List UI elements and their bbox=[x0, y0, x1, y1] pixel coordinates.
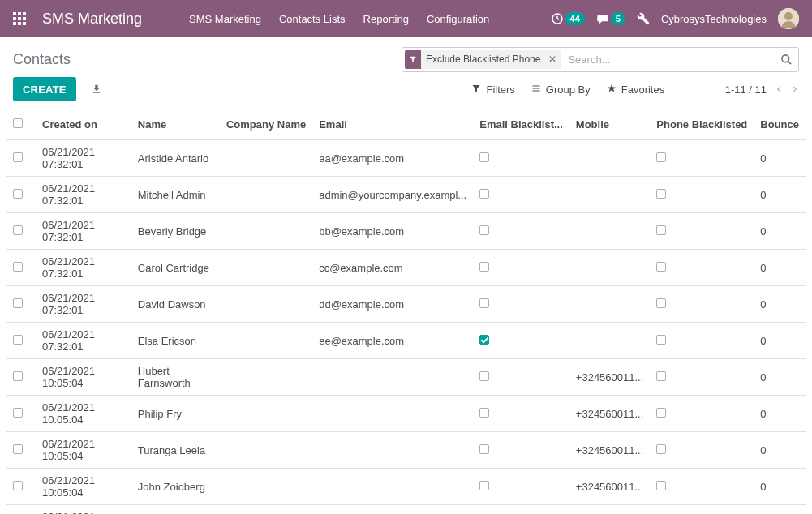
phone-blacklist-checkbox[interactable] bbox=[656, 481, 666, 490]
table-row[interactable]: 06/21/2021 10:05:04Turanga Leela+3245600… bbox=[6, 432, 806, 469]
cell-company-name bbox=[220, 359, 312, 396]
cell-email-blacklist bbox=[473, 286, 569, 323]
table-row[interactable]: 06/21/2021 07:32:01David Dawsondd@exampl… bbox=[6, 286, 806, 323]
table-row[interactable]: 06/21/2021 07:32:01Mitchell Adminadmin@y… bbox=[6, 177, 806, 213]
th-mobile[interactable]: Mobile bbox=[569, 109, 651, 140]
cell-name: Beverly Bridge bbox=[131, 213, 220, 250]
cell-email-blacklist bbox=[473, 213, 569, 250]
table-row[interactable]: 06/21/2021 10:05:04Zapp Brannigandummy0 bbox=[6, 505, 806, 515]
apps-icon[interactable] bbox=[13, 12, 26, 25]
email-blacklist-checkbox[interactable] bbox=[479, 335, 489, 345]
nav-menu-item[interactable]: Reporting bbox=[363, 13, 409, 25]
cell-email: admin@yourcompany.exampl... bbox=[312, 177, 473, 213]
table-row[interactable]: 06/21/2021 07:32:01Beverly Bridgebb@exam… bbox=[6, 213, 806, 250]
row-checkbox[interactable] bbox=[13, 225, 23, 235]
cell-bounce: 0 bbox=[754, 359, 806, 396]
th-email-blacklist[interactable]: Email Blacklist... bbox=[473, 109, 569, 140]
th-phone-blacklist[interactable]: Phone Blacklisted bbox=[650, 109, 754, 140]
search-box[interactable]: Exclude Blacklisted Phone ✕ bbox=[402, 47, 799, 72]
cell-created-on: 06/21/2021 07:32:01 bbox=[36, 177, 131, 213]
phone-blacklist-checkbox[interactable] bbox=[656, 152, 666, 162]
phone-blacklist-checkbox[interactable] bbox=[656, 444, 666, 454]
svg-rect-8 bbox=[23, 22, 26, 25]
select-all-checkbox[interactable] bbox=[13, 118, 23, 128]
funnel-icon bbox=[405, 50, 421, 69]
cell-name: Zapp Brannigan bbox=[131, 505, 220, 515]
pager-prev-icon[interactable] bbox=[775, 84, 783, 95]
search-icon[interactable] bbox=[780, 54, 793, 66]
email-blacklist-checkbox[interactable] bbox=[479, 152, 489, 162]
table-row[interactable]: 06/21/2021 10:05:04John Zoidberg+3245600… bbox=[6, 469, 806, 505]
phone-blacklist-checkbox[interactable] bbox=[656, 298, 666, 308]
table-row[interactable]: 06/21/2021 10:05:04Hubert Farnsworth+324… bbox=[6, 359, 806, 396]
create-button[interactable]: CREATE bbox=[13, 77, 76, 101]
row-checkbox[interactable] bbox=[13, 298, 23, 308]
cell-company-name bbox=[220, 177, 312, 213]
nav-menu-item[interactable]: SMS Marketing bbox=[189, 13, 261, 25]
star-icon bbox=[607, 84, 617, 96]
debug-icon[interactable] bbox=[637, 12, 650, 25]
row-checkbox[interactable] bbox=[13, 335, 23, 345]
email-blacklist-checkbox[interactable] bbox=[479, 225, 489, 235]
row-checkbox[interactable] bbox=[13, 481, 23, 490]
th-bounce[interactable]: Bounce bbox=[754, 109, 806, 140]
row-checkbox[interactable] bbox=[13, 371, 23, 381]
email-blacklist-checkbox[interactable] bbox=[479, 371, 489, 381]
nav-menu: SMS Marketing Contacts Lists Reporting C… bbox=[189, 13, 489, 25]
phone-blacklist-checkbox[interactable] bbox=[656, 408, 666, 418]
cell-email: bb@example.com bbox=[312, 213, 473, 250]
th-name[interactable]: Name bbox=[131, 109, 220, 140]
th-company-name[interactable]: Company Name bbox=[220, 109, 312, 140]
activity-icon[interactable]: 44 bbox=[551, 12, 585, 25]
email-blacklist-checkbox[interactable] bbox=[479, 444, 489, 454]
table-row[interactable]: 06/21/2021 07:32:01Elsa Ericsonee@exampl… bbox=[6, 323, 806, 359]
email-blacklist-checkbox[interactable] bbox=[479, 408, 489, 418]
contacts-table: Created on Name Company Name Email Email… bbox=[6, 109, 806, 514]
row-checkbox[interactable] bbox=[13, 262, 23, 272]
row-checkbox[interactable] bbox=[13, 189, 23, 199]
cell-bounce: 0 bbox=[754, 432, 806, 469]
discuss-icon[interactable]: 5 bbox=[596, 12, 625, 25]
favorites-button[interactable]: Favorites bbox=[607, 84, 664, 96]
discuss-badge: 5 bbox=[611, 12, 625, 25]
email-blacklist-checkbox[interactable] bbox=[479, 481, 489, 490]
table-row[interactable]: 06/21/2021 07:32:01Carol Cartridgecc@exa… bbox=[6, 250, 806, 286]
search-input[interactable] bbox=[565, 54, 780, 66]
filters-button[interactable]: Filters bbox=[471, 84, 514, 96]
phone-blacklist-checkbox[interactable] bbox=[656, 335, 666, 345]
cell-company-name bbox=[220, 213, 312, 250]
pager: 1-11 / 11 bbox=[725, 84, 799, 96]
svg-rect-5 bbox=[23, 17, 26, 20]
pager-next-icon[interactable] bbox=[791, 84, 799, 95]
facet-remove-icon[interactable]: ✕ bbox=[543, 50, 561, 69]
groupby-button[interactable]: Group By bbox=[531, 84, 591, 96]
user-avatar[interactable] bbox=[778, 8, 799, 29]
nav-menu-item[interactable]: Configuration bbox=[427, 13, 489, 25]
app-brand[interactable]: SMS Marketing bbox=[42, 11, 142, 28]
cell-created-on: 06/21/2021 10:05:04 bbox=[36, 359, 131, 396]
cell-phone-blacklist bbox=[650, 396, 754, 432]
company-switcher[interactable]: CybrosysTechnologies bbox=[661, 13, 767, 25]
email-blacklist-checkbox[interactable] bbox=[479, 262, 489, 272]
row-checkbox[interactable] bbox=[13, 444, 23, 454]
pager-value[interactable]: 1-11 / 11 bbox=[725, 84, 767, 96]
row-checkbox[interactable] bbox=[13, 408, 23, 418]
groupby-label: Group By bbox=[546, 84, 591, 96]
row-checkbox[interactable] bbox=[13, 152, 23, 162]
th-email[interactable]: Email bbox=[312, 109, 473, 140]
cell-company-name bbox=[220, 250, 312, 286]
th-created-on[interactable]: Created on bbox=[36, 109, 131, 140]
email-blacklist-checkbox[interactable] bbox=[479, 298, 489, 308]
table-row[interactable]: 06/21/2021 10:05:04Philip Fry+324560011.… bbox=[6, 396, 806, 432]
phone-blacklist-checkbox[interactable] bbox=[656, 189, 666, 199]
table-row[interactable]: 06/21/2021 07:32:01Aristide Antarioaa@ex… bbox=[6, 140, 806, 177]
phone-blacklist-checkbox[interactable] bbox=[656, 371, 666, 381]
cell-mobile: +324560011... bbox=[569, 432, 651, 469]
email-blacklist-checkbox[interactable] bbox=[479, 189, 489, 199]
cell-company-name bbox=[220, 432, 312, 469]
import-button[interactable] bbox=[91, 84, 102, 95]
phone-blacklist-checkbox[interactable] bbox=[656, 225, 666, 235]
nav-menu-item[interactable]: Contacts Lists bbox=[279, 13, 346, 25]
cell-company-name bbox=[220, 505, 312, 515]
phone-blacklist-checkbox[interactable] bbox=[656, 262, 666, 272]
